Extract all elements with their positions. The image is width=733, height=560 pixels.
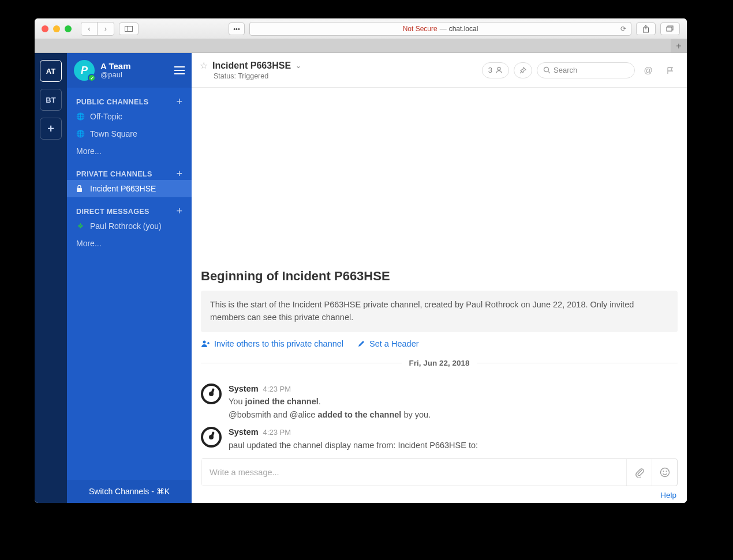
team-avatar: P ✓ (74, 60, 95, 81)
system-post-1: System 4:23 PM You joined the channel. @… (192, 380, 687, 423)
post-text: paul updated the channel display name fr… (229, 439, 678, 452)
system-avatar-icon (201, 384, 222, 404)
help-link[interactable]: Help (660, 491, 676, 499)
chevron-down-icon: ⌄ (296, 62, 301, 70)
channel-incident[interactable]: Incident P663HSE (67, 180, 192, 197)
more-dms[interactable]: More... (67, 235, 192, 252)
address-bar[interactable]: Not Secure — chat.local ⟳ (249, 22, 631, 36)
add-private-channel-button[interactable]: + (176, 168, 182, 180)
intro-heading: Beginning of Incident P663HSE (201, 269, 678, 284)
tab-strip: + (35, 39, 687, 53)
channel-intro: Beginning of Incident P663HSE This is th… (192, 269, 687, 380)
channel-off-topic[interactable]: 🌐 Off-Topic (67, 108, 192, 125)
share-button[interactable] (636, 22, 656, 35)
channel-title: Incident P663HSE (212, 61, 291, 71)
team-name: A Team (100, 61, 131, 71)
system-post-2: System 4:23 PM paul updated the channel … (192, 423, 687, 454)
post-text: You joined the channel. (229, 395, 678, 408)
direct-messages-title: DIRECT MESSAGES (76, 208, 149, 216)
svg-rect-8 (77, 188, 82, 192)
system-avatar-icon (201, 427, 222, 448)
sidebar: P ✓ A Team @paul PUBLIC CHANNELS + 🌐 (67, 53, 192, 503)
private-channels-title: PRIVATE CHANNELS (76, 170, 152, 178)
emoji-button[interactable] (652, 459, 677, 486)
svg-point-11 (544, 67, 549, 72)
more-public-channels[interactable]: More... (67, 142, 192, 160)
user-icon (495, 66, 503, 74)
attach-button[interactable] (626, 459, 652, 486)
public-channels-title: PUBLIC CHANNELS (76, 98, 148, 106)
main-menu-button[interactable] (174, 66, 185, 74)
channel-title-dropdown[interactable]: ☆ Incident P663HSE ⌄ (200, 60, 301, 71)
star-icon[interactable]: ☆ (200, 60, 208, 71)
public-channels-section: PUBLIC CHANNELS + (67, 88, 192, 108)
team-info: A Team @paul (100, 61, 131, 80)
team-button-at[interactable]: AT (40, 60, 62, 82)
tabs-button[interactable] (660, 22, 680, 35)
pin-button[interactable] (514, 62, 532, 78)
lock-icon (76, 185, 84, 192)
nav-back-forward: ‹ › (81, 22, 114, 36)
private-channels-section: PRIVATE CHANNELS + (67, 160, 192, 180)
channel-town-square[interactable]: 🌐 Town Square (67, 125, 192, 142)
reload-icon[interactable]: ⟳ (620, 25, 626, 33)
svg-point-13 (203, 340, 206, 343)
mentions-button[interactable]: @ (639, 62, 657, 78)
svg-point-15 (663, 471, 664, 472)
back-button[interactable]: ‹ (81, 22, 98, 35)
svg-line-10 (520, 72, 522, 73)
search-input[interactable]: Search (537, 62, 635, 78)
svg-point-16 (665, 471, 667, 472)
site-settings-button[interactable]: ••• (229, 22, 245, 35)
add-public-channel-button[interactable]: + (176, 96, 182, 108)
message-input[interactable] (201, 459, 626, 486)
composer (192, 454, 687, 490)
pencil-icon (357, 340, 365, 348)
svg-line-12 (548, 72, 550, 73)
message-list[interactable]: Beginning of Incident P663HSE This is th… (192, 88, 687, 454)
search-icon (543, 66, 551, 74)
channel-main: ☆ Incident P663HSE ⌄ Status: Triggered 3 (192, 53, 687, 503)
members-button[interactable]: 3 (482, 62, 509, 78)
sidebar-header[interactable]: P ✓ A Team @paul (67, 53, 192, 88)
team-button-bt[interactable]: BT (40, 89, 62, 111)
svg-rect-4 (667, 27, 672, 31)
dm-self[interactable]: ❖ Paul Rothrock (you) (67, 217, 192, 235)
date-separator: Fri, Jun 22, 2018 (201, 348, 678, 373)
presence-icon: ❖ (76, 222, 84, 230)
svg-rect-0 (125, 26, 133, 31)
current-username: @paul (100, 71, 131, 80)
channel-header-actions: 3 Search (482, 62, 679, 78)
new-tab-button[interactable]: + (671, 39, 687, 52)
channel-header: ☆ Incident P663HSE ⌄ Status: Triggered 3 (192, 53, 687, 88)
chat-app: AT BT + P ✓ A Team @paul P (35, 53, 687, 503)
browser-toolbar: ‹ › ••• Not Secure — chat.local ⟳ (35, 18, 687, 39)
window-minimize-button[interactable] (53, 25, 60, 32)
post-text: @bobsmith and @alice added to the channe… (229, 408, 678, 421)
security-status: Not Secure (403, 25, 437, 33)
window-zoom-button[interactable] (65, 25, 72, 32)
flagged-button[interactable] (661, 62, 679, 78)
post-author[interactable]: System (229, 426, 259, 438)
team-rail: AT BT + (35, 53, 67, 503)
pin-icon (519, 66, 527, 74)
add-team-button[interactable]: + (40, 118, 62, 140)
globe-icon: 🌐 (76, 112, 84, 121)
post-author[interactable]: System (229, 382, 259, 395)
sidebar-toggle-button[interactable] (119, 22, 139, 35)
help-row: Help (192, 490, 687, 503)
direct-messages-section: DIRECT MESSAGES + (67, 197, 192, 217)
add-dm-button[interactable]: + (176, 205, 182, 217)
invite-link[interactable]: Invite others to this private channel (201, 339, 343, 348)
search-placeholder: Search (554, 66, 577, 74)
svg-point-9 (498, 67, 500, 70)
status-indicator-icon: ✓ (88, 74, 96, 82)
switch-channels-button[interactable]: Switch Channels - ⌘K (67, 480, 192, 503)
window-close-button[interactable] (42, 25, 48, 32)
globe-icon: 🌐 (76, 130, 84, 138)
forward-button[interactable]: › (98, 22, 114, 35)
post-time: 4:23 PM (263, 427, 291, 438)
svg-point-14 (660, 468, 669, 477)
set-header-link[interactable]: Set a Header (357, 339, 418, 348)
channel-status[interactable]: Status: Triggered (200, 72, 301, 80)
